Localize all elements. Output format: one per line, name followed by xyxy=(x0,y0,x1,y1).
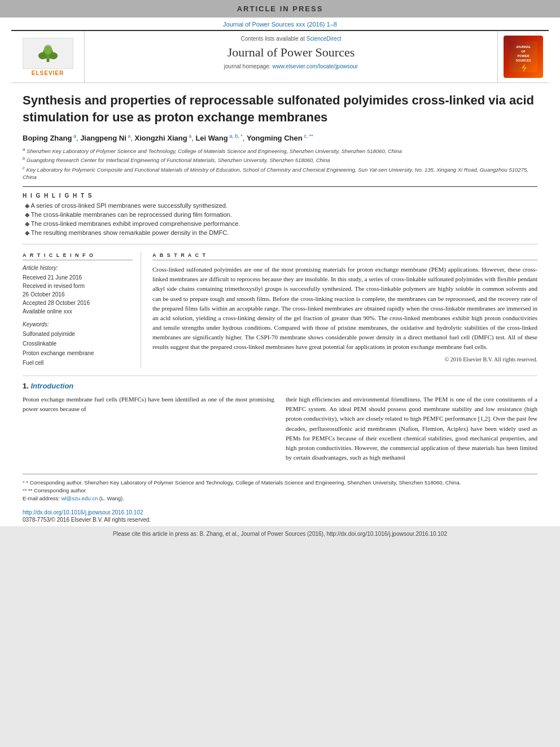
highlights-section: H I G H L I G H T S A series of cross-li… xyxy=(23,186,537,244)
author-2: Jiangpeng Ni xyxy=(80,134,126,143)
sciencedirect-link[interactable]: ScienceDirect xyxy=(307,36,342,42)
affiliations: a Shenzhen Key Laboratory of Polymer Sci… xyxy=(23,146,537,181)
highlight-1: A series of cross-linked SPI membranes w… xyxy=(23,202,537,209)
intro-title: 1. Introduction xyxy=(23,382,537,390)
affil-3: c Key Laboratory for Polymeric Composite… xyxy=(23,165,537,181)
affil-2: b Guangdong Research Center for Interfac… xyxy=(23,155,537,164)
svg-point-6 xyxy=(46,45,49,46)
history-item-4: Accepted 28 October 2016 xyxy=(23,299,133,307)
bottom-links: http://dx.doi.org/10.1016/j.jpowsour.201… xyxy=(23,509,537,523)
keywords-content: Sulfonated polyimide Crosslinkable Proto… xyxy=(23,329,133,368)
intro-body-two-col: Proton exchange membrane fuel cells (PEM… xyxy=(23,395,537,462)
citation-bar: Please cite this article in press as: B.… xyxy=(0,526,560,541)
section-divider xyxy=(23,375,537,376)
intro-col-1: Proton exchange membrane fuel cells (PEM… xyxy=(23,395,274,462)
footnote-star1-text: * Corresponding author. Shenzhen Key Lab… xyxy=(26,479,461,486)
journal-name: Journal of Power Sources xyxy=(90,45,492,60)
affil-1: a Shenzhen Key Laboratory of Polymer Sci… xyxy=(23,146,537,155)
article-info-abstract-section: A R T I C L E I N F O Article history: R… xyxy=(23,252,537,368)
footnote-star2: ** ** Corresponding author. xyxy=(23,487,537,495)
svg-text:SOURCES: SOURCES xyxy=(515,59,531,62)
footnote-email: E-mail address: wl@szu.edu.cn (L. Wang). xyxy=(23,495,537,503)
keyword-4: Fuel cell xyxy=(23,358,133,368)
elsevier-logo-area: ELSEVIER xyxy=(11,31,85,82)
history-item-3: 26 October 2016 xyxy=(23,290,133,299)
svg-text:JOURNAL: JOURNAL xyxy=(516,45,531,49)
svg-text:POWER: POWER xyxy=(518,54,530,58)
keyword-2: Crosslinkable xyxy=(23,339,133,348)
copyright-line: © 2016 Elsevier B.V. All rights reserved… xyxy=(152,356,537,362)
elsevier-logo-image xyxy=(23,38,73,69)
footnote-star2-text: ** Corresponding author. xyxy=(28,487,87,493)
authors-line: Boping Zhang a, Jiangpeng Ni a, Xiongzhi… xyxy=(23,133,537,142)
author-4: Lei Wang xyxy=(195,134,228,143)
homepage-line: journal homepage: www.elsevier.com/locat… xyxy=(90,63,492,69)
highlight-4: The resulting membranes show remarkable … xyxy=(23,229,537,237)
keywords-title: Keywords: xyxy=(23,321,133,327)
star2-symbol: ** xyxy=(23,487,28,493)
email-note: (L. Wang). xyxy=(99,495,124,501)
contents-label: Contents lists available at xyxy=(241,36,305,42)
keyword-1: Sulfonated polyimide xyxy=(23,329,133,339)
section-number: 1. xyxy=(23,382,29,390)
journal-title-line: Journal of Power Sources xxx (2016) 1–8 xyxy=(0,18,560,30)
article-info-header: A R T I C L E I N F O xyxy=(23,252,133,260)
journal-center: Contents lists available at ScienceDirec… xyxy=(85,31,498,82)
author-1-super: a xyxy=(72,133,76,139)
footnote-star1: * * Corresponding author. Shenzhen Key L… xyxy=(23,479,537,487)
abstract-header: A B S T R A C T xyxy=(152,252,537,260)
keyword-3: Proton exchange membrane xyxy=(23,348,133,358)
main-content: Synthesis and properties of reprocessabl… xyxy=(0,83,560,474)
journal-logo-box: JOURNAL OF POWER SOURCES xyxy=(504,36,543,78)
author-1: Boping Zhang xyxy=(23,134,72,143)
article-title: Synthesis and properties of reprocessabl… xyxy=(23,92,537,125)
history-item-2: Received in revised form xyxy=(23,282,133,290)
article-history-content: Received 21 June 2016 Received in revise… xyxy=(23,273,133,316)
history-item-1: Received 21 June 2016 xyxy=(23,273,133,282)
footnotes-area: * * Corresponding author. Shenzhen Key L… xyxy=(23,474,537,506)
journal-header: ELSEVIER Contents lists available at Sci… xyxy=(11,30,549,83)
author-5-super: c, ** xyxy=(303,133,313,139)
issn-text: 0378-7753/© 2016 Elsevier B.V. All right… xyxy=(23,517,151,523)
highlights-title: H I G H L I G H T S xyxy=(23,193,537,199)
email-label: E-mail address: xyxy=(23,495,60,501)
author-5: Yongming Chen xyxy=(247,134,303,143)
highlight-3: The cross-linked membranes exhibit impro… xyxy=(23,220,537,228)
section-title-text: Introduction xyxy=(30,382,73,390)
author-3-super: a xyxy=(187,133,192,139)
email-link[interactable]: wl@szu.edu.cn xyxy=(62,495,98,501)
abstract-text: Cross-linked sulfonated polyimides are o… xyxy=(152,265,537,351)
article-in-press-banner: ARTICLE IN PRESS xyxy=(0,0,560,18)
introduction-section: 1. Introduction Proton exchange membrane… xyxy=(23,382,537,462)
author-3: Xiongzhi Xiang xyxy=(135,134,187,143)
intro-col-2: their high efficiencies and environmenta… xyxy=(286,395,537,462)
author-2-super: a xyxy=(126,133,131,139)
doi-link[interactable]: http://dx.doi.org/10.1016/j.jpowsour.201… xyxy=(23,509,537,516)
article-info-col: A R T I C L E I N F O Article history: R… xyxy=(23,252,141,368)
article-history-title: Article history: xyxy=(23,265,133,271)
history-item-5: Available online xxx xyxy=(23,307,133,316)
homepage-url-link[interactable]: www.elsevier.com/locate/jpowsour xyxy=(272,63,358,69)
homepage-label: journal homepage: xyxy=(224,63,271,69)
journal-logo-area: JOURNAL OF POWER SOURCES xyxy=(498,31,549,82)
abstract-col: A B S T R A C T Cross-linked sulfonated … xyxy=(152,252,537,368)
author-4-super: a, b, * xyxy=(228,133,243,139)
contents-available-line: Contents lists available at ScienceDirec… xyxy=(90,36,492,42)
svg-text:OF: OF xyxy=(521,50,526,53)
highlight-2: The cross-linkable membranes can be repr… xyxy=(23,211,537,219)
elsevier-label: ELSEVIER xyxy=(32,70,64,76)
